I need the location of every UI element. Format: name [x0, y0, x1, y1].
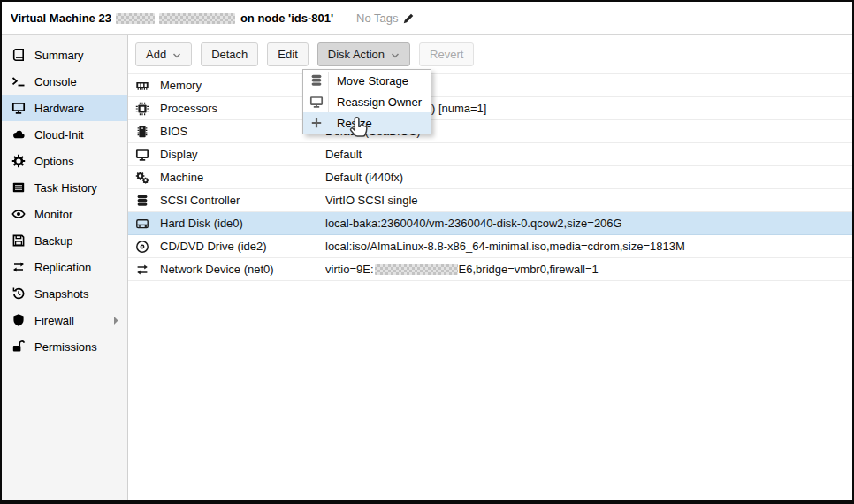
- pencil-icon[interactable]: [402, 12, 415, 25]
- sidebar-item-label: Task History: [34, 181, 120, 195]
- sidebar-item-monitor[interactable]: Monitor: [2, 201, 127, 227]
- redacted-vm-id: [116, 13, 155, 24]
- sidebar-item-label: Permissions: [34, 340, 120, 354]
- hw-row-value: Default: [325, 148, 852, 161]
- hw-row-memory[interactable]: Memory2.00 GiB [balloon=0]: [128, 74, 852, 97]
- shield-icon: [11, 313, 26, 327]
- button-label: Detach: [211, 48, 248, 61]
- sidebar-item-replication[interactable]: Replication: [2, 254, 127, 280]
- proxmox-vm-window: { "colors": { "selection_blue": "#cee4f5…: [0, 0, 854, 504]
- hw-row-label: Machine: [160, 171, 325, 184]
- revert-button[interactable]: Revert: [419, 42, 474, 66]
- hw-row-display[interactable]: DisplayDefault: [128, 143, 852, 166]
- menu-item-label: Resize: [337, 117, 372, 130]
- hw-value-text: virtio=9E:: [325, 263, 374, 276]
- history-icon: [11, 286, 26, 301]
- menu-item-move-storage[interactable]: Move Storage: [303, 70, 431, 91]
- add-button[interactable]: Add: [135, 42, 192, 66]
- sidebar-item-options[interactable]: Options: [2, 148, 127, 174]
- memory-icon: [135, 79, 149, 93]
- caret-down-icon: [172, 51, 181, 60]
- caret-down-icon: [391, 51, 400, 60]
- sidebar-item-label: Snapshots: [34, 287, 120, 301]
- hw-row-hard-disk-ide0[interactable]: Hard Disk (ide0)local-baka:2360040/vm-23…: [128, 212, 852, 235]
- button-label: Edit: [278, 48, 297, 61]
- sidebar-item-firewall[interactable]: Firewall: [2, 307, 127, 333]
- gear-icon: [11, 154, 26, 168]
- disc-icon: [135, 240, 149, 254]
- main-layout: SummaryConsoleHardwareCloud-InitOptionsT…: [2, 35, 852, 500]
- disk-action-button[interactable]: Disk Action: [317, 42, 410, 66]
- hw-row-label: Processors: [160, 102, 325, 115]
- plus-icon: [309, 116, 324, 130]
- cloud-icon: [11, 127, 26, 141]
- hdd-icon: [135, 217, 149, 231]
- hw-value-text: E6,bridge=vmbr0,firewall=1: [459, 263, 599, 276]
- sidebar-item-label: Console: [34, 75, 120, 88]
- cpu-icon: [135, 102, 149, 116]
- sidebar-item-task-history[interactable]: Task History: [2, 174, 127, 201]
- sidebar-item-console[interactable]: Console: [2, 68, 127, 95]
- sidebar-item-label: Replication: [34, 261, 120, 274]
- menu-item-reassign-owner[interactable]: Reassign Owner: [303, 91, 431, 112]
- sidebar-item-label: Monitor: [34, 208, 120, 221]
- disk-action-menu: Move StorageReassign OwnerResize: [302, 69, 431, 134]
- menu-item-label: Reassign Owner: [337, 95, 422, 109]
- chip-icon: [135, 125, 149, 139]
- cogs-icon: [135, 171, 149, 185]
- database-icon: [309, 73, 324, 88]
- chevron-right-icon: [112, 316, 120, 325]
- menu-item-resize[interactable]: Resize: [303, 112, 431, 134]
- sidebar-item-backup[interactable]: Backup: [2, 227, 127, 254]
- vm-title-node: on node 'ids-801': [240, 11, 333, 25]
- sidebar-item-summary[interactable]: Summary: [2, 42, 127, 68]
- button-label: Revert: [430, 48, 463, 61]
- redacted-vm-name: [159, 13, 235, 24]
- hw-value-text: local:iso/AlmaLinux-8.8-x86_64-minimal.i…: [325, 240, 685, 253]
- unlock-icon: [11, 340, 26, 354]
- display-icon: [309, 95, 324, 109]
- database-icon: [135, 194, 149, 208]
- no-tags-label: No Tags: [356, 11, 398, 25]
- list-icon: [11, 180, 26, 195]
- detach-button[interactable]: Detach: [201, 42, 258, 66]
- vm-title-bar: Virtual Machine 23 on node 'ids-801' No …: [2, 2, 852, 35]
- hw-row-label: Hard Disk (ide0): [160, 217, 325, 230]
- hardware-toolbar: AddDetachEditDisk ActionRevert: [128, 35, 852, 73]
- sidebar-item-label: Summary: [34, 49, 120, 62]
- hw-row-machine[interactable]: MachineDefault (i440fx): [128, 166, 852, 189]
- hw-row-value: local-baka:2360040/vm-2360040-disk-0.qco…: [325, 217, 852, 230]
- hw-value-text: local-baka:2360040/vm-2360040-disk-0.qco…: [325, 217, 622, 230]
- hw-row-processors[interactable]: Processors2 (1 sockets, 2 cores) [numa=1…: [128, 97, 852, 120]
- hw-row-network-net0[interactable]: Network Device (net0)virtio=9E:E6,bridge…: [128, 258, 852, 281]
- hw-row-cd-dvd-ide2[interactable]: CD/DVD Drive (ide2)local:iso/AlmaLinux-8…: [128, 235, 852, 258]
- sidebar-item-permissions[interactable]: Permissions: [2, 333, 127, 360]
- display-icon: [135, 148, 149, 162]
- hw-row-value: Default (i440fx): [325, 171, 852, 184]
- hardware-table: Memory2.00 GiB [balloon=0]Processors2 (1…: [128, 73, 852, 281]
- vm-title-prefix: Virtual Machine 23: [11, 11, 111, 25]
- sidebar-item-hardware[interactable]: Hardware: [2, 95, 127, 121]
- floppy-icon: [11, 233, 26, 248]
- sidebar-item-label: Cloud-Init: [34, 128, 120, 141]
- sidebar-item-label: Options: [34, 155, 120, 168]
- menu-item-label: Move Storage: [337, 74, 408, 88]
- hw-row-label: Memory: [160, 79, 325, 92]
- hw-row-label: CD/DVD Drive (ide2): [160, 240, 325, 253]
- hw-row-value: virtio=9E:E6,bridge=vmbr0,firewall=1: [325, 263, 852, 276]
- hw-value-text: Default: [325, 148, 362, 161]
- hw-row-scsi-controller[interactable]: SCSI ControllerVirtIO SCSI single: [128, 189, 852, 212]
- sidebar-item-label: Firewall: [34, 314, 103, 327]
- hw-row-label: SCSI Controller: [160, 194, 325, 207]
- monitor-icon: [11, 101, 26, 115]
- sidebar-item-snapshots[interactable]: Snapshots: [2, 280, 127, 307]
- terminal-icon: [11, 74, 26, 88]
- hw-value-text: VirtIO SCSI single: [325, 194, 418, 207]
- hw-row-bios[interactable]: BIOSDefault (SeaBIOS): [128, 120, 852, 143]
- tags-area: No Tags: [356, 11, 414, 25]
- redacted-text: [375, 264, 458, 275]
- edit-button[interactable]: Edit: [267, 42, 308, 66]
- sidebar-item-cloud-init[interactable]: Cloud-Init: [2, 121, 127, 148]
- eye-icon: [11, 207, 26, 221]
- button-label: Disk Action: [328, 48, 385, 61]
